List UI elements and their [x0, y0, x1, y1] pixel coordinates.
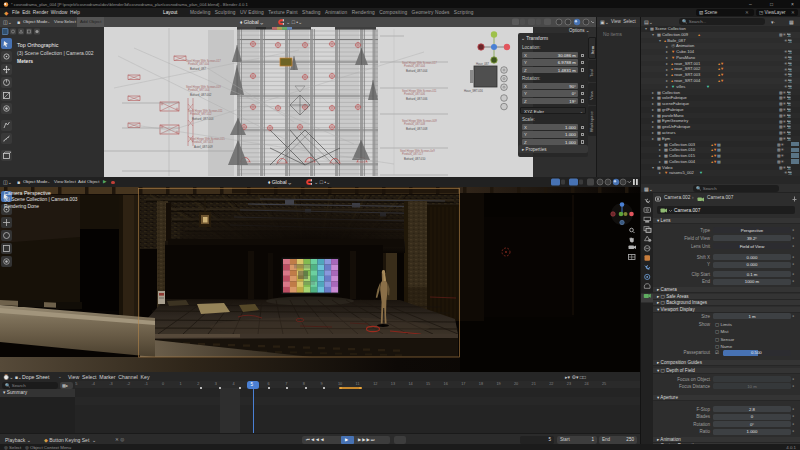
svg-text:Bottard_087.002: Bottard_087.002 [190, 93, 212, 97]
svg-text:Bottard_087.006: Bottard_087.006 [406, 97, 428, 101]
svg-text:Bottard_087.010: Bottard_087.010 [404, 157, 426, 161]
svg-text:Bottard_087.008: Bottard_087.008 [406, 127, 428, 131]
svg-text:Pieds06_087.008: Pieds06_087.008 [404, 122, 425, 126]
svg-text:Pieds06_087.013: Pieds06_087.013 [192, 140, 213, 144]
svg-text:Autel_087.009: Autel_087.009 [194, 145, 213, 149]
svg-text:Pieds06_087.017: Pieds06_087.017 [402, 152, 423, 156]
svg-text:Pieds06_087.004: Pieds06_087.004 [188, 62, 209, 66]
svg-text:Bottard_087.004: Bottard_087.004 [406, 69, 428, 73]
svg-text:Pieds06_SRT.012: Pieds06_SRT.012 [190, 112, 212, 116]
svg-text:Pieds06_087.006: Pieds06_087.006 [404, 92, 425, 96]
svg-text:Pieds06_087.004: Pieds06_087.004 [404, 64, 425, 68]
svg-text:Pieds06_SRT.004: Pieds06_SRT.004 [188, 88, 210, 92]
svg-text:Houe_SRT.016: Houe_SRT.016 [464, 89, 483, 93]
